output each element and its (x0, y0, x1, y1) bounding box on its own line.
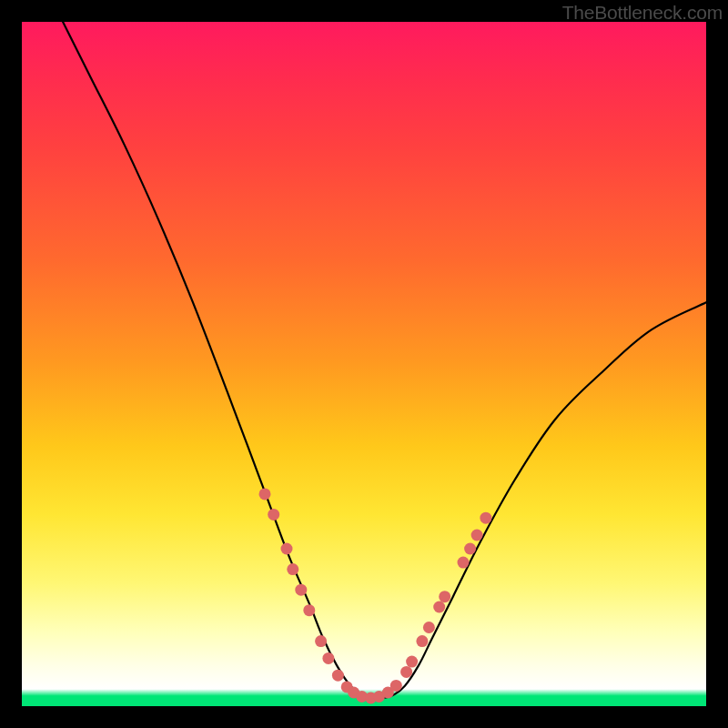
highlight-dots (259, 488, 492, 703)
highlight-dot (439, 591, 450, 602)
highlight-dot (281, 543, 293, 555)
curve-svg (22, 22, 706, 706)
plot-area (22, 22, 706, 706)
highlight-dot (423, 622, 435, 633)
highlight-dot (322, 652, 334, 664)
highlight-dot (416, 635, 428, 647)
highlight-dot (390, 680, 402, 692)
highlight-dot (400, 666, 412, 678)
outer-frame: TheBottleneck.com (0, 0, 728, 728)
highlight-dot (471, 530, 483, 541)
highlight-dot (268, 509, 279, 521)
highlight-dot (464, 543, 476, 555)
highlight-dot (480, 512, 491, 524)
highlight-dot (433, 602, 445, 613)
highlight-dot (315, 635, 327, 647)
highlight-dot (332, 670, 344, 682)
highlight-dot (303, 604, 315, 616)
bottleneck-curve (63, 22, 706, 698)
highlight-dot (295, 584, 307, 596)
highlight-dot (406, 656, 418, 668)
highlight-dot (458, 557, 470, 569)
watermark-text: TheBottleneck.com (562, 2, 723, 24)
highlight-dot (259, 488, 271, 500)
highlight-dot (287, 563, 298, 575)
